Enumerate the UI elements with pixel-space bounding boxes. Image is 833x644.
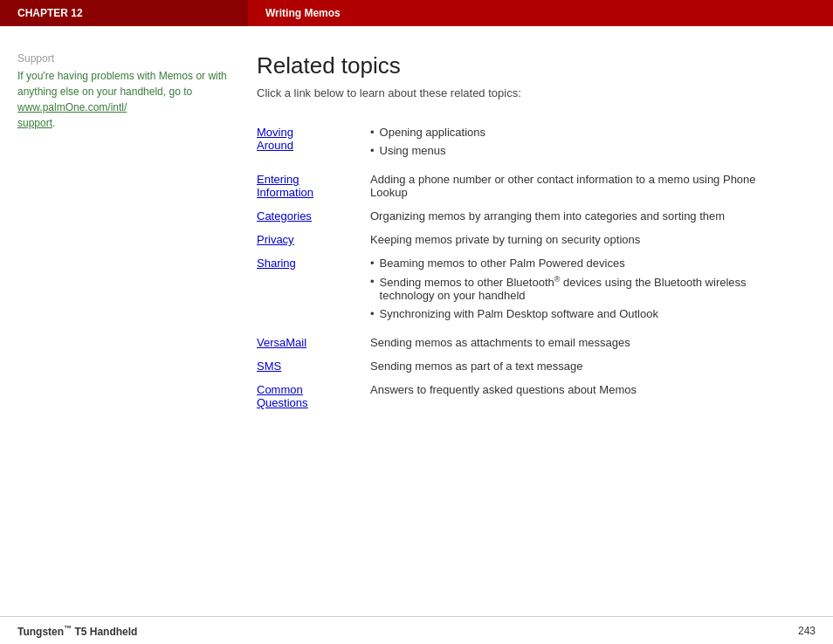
table-row: VersaMail Sending memos as attachments t… [257,331,798,354]
support-text-before: If you're having problems with Memos or … [17,70,227,98]
topic-desc-common-questions: Answers to frequently asked questions ab… [370,378,798,414]
list-item: Opening applications [370,126,791,139]
topic-link-entering-information[interactable]: EnteringInformation [257,168,370,204]
chapter-label: CHAPTER 12 [17,7,83,19]
list-item: Synchronizing with Palm Desktop software… [370,307,791,320]
chapter-title: Writing Memos [265,7,341,19]
topics-table: MovingAround Opening applications Using … [257,120,798,414]
support-text-after: . [52,117,55,129]
header-chapter: CHAPTER 12 [0,0,248,26]
table-row: SMS Sending memos as part of a text mess… [257,354,798,378]
footer-brand: Tungsten [17,626,64,638]
table-row: Categories Organizing memos by arranging… [257,204,798,228]
support-text: If you're having problems with Memos or … [17,68,231,131]
topic-link-sharing[interactable]: Sharing [257,251,370,331]
topic-desc-moving-around: Opening applications Using menus [370,120,798,168]
topic-desc-sms: Sending memos as part of a text message [370,354,798,378]
topic-link-moving-around[interactable]: MovingAround [257,120,370,168]
support-link[interactable]: www.palmOne.com/intl/support [17,101,127,129]
main-content: Support If you're having problems with M… [0,26,833,616]
sidebar: Support If you're having problems with M… [0,52,248,616]
table-row: EnteringInformation Adding a phone numbe… [257,168,798,204]
topic-desc-privacy: Keeping memos private by turning on secu… [370,228,798,251]
topic-desc-versamail: Sending memos as attachments to email me… [370,331,798,354]
topic-link-privacy[interactable]: Privacy [257,228,370,251]
list-item: Beaming memos to other Palm Powered devi… [370,257,791,270]
table-row: CommonQuestions Answers to frequently as… [257,378,798,414]
footer: Tungsten™ T5 Handheld 243 [0,616,833,644]
table-row: Privacy Keeping memos private by turning… [257,228,798,251]
table-row: MovingAround Opening applications Using … [257,120,798,168]
page-heading: Related topics [257,52,798,79]
list-item: Using menus [370,144,791,157]
footer-model: T5 Handheld [72,626,137,638]
topic-desc-entering-information: Adding a phone number or other contact i… [370,168,798,204]
header-bar: CHAPTER 12 Writing Memos [0,0,833,26]
footer-device-title: Tungsten™ T5 Handheld [17,624,137,638]
topic-desc-sharing: Beaming memos to other Palm Powered devi… [370,251,798,331]
footer-page-number: 243 [798,625,816,637]
topic-link-common-questions[interactable]: CommonQuestions [257,378,370,414]
topic-link-sms[interactable]: SMS [257,354,370,378]
list-item: Sending memos to other Bluetooth® device… [370,275,791,302]
header-title: Writing Memos [248,0,358,26]
content-area: Related topics Click a link below to lea… [248,52,833,616]
footer-tm: ™ [64,624,72,633]
page-subheading: Click a link below to learn about these … [257,86,798,99]
topic-link-versaMail[interactable]: VersaMail [257,331,370,354]
topic-link-categories[interactable]: Categories [257,204,370,228]
support-label: Support [17,52,231,65]
table-row: Sharing Beaming memos to other Palm Powe… [257,251,798,331]
topic-desc-categories: Organizing memos by arranging them into … [370,204,798,228]
